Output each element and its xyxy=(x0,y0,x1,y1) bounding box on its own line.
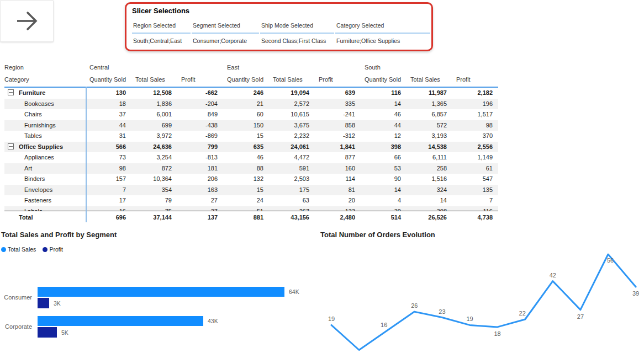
matrix-row-office-supplies[interactable]: Office Supplies56624,63679963524,0611,84… xyxy=(4,142,498,153)
matrix-row-label: Chairs xyxy=(4,109,86,120)
bar-value-label-profit-consumer: 3K xyxy=(54,300,61,307)
matrix-cell: 116 xyxy=(452,206,498,211)
legend-dot-profit xyxy=(43,247,47,252)
matrix-row-label: Tables xyxy=(4,131,86,142)
matrix-cell: 639 xyxy=(315,88,361,99)
matrix-row-art[interactable]: Art98872181885911605325861 xyxy=(4,163,498,174)
matrix-row-binders[interactable]: Binders15710,3642061322,503114901,516547 xyxy=(4,174,498,185)
matrix-cell: 81 xyxy=(315,185,361,196)
matrix-cell: 14 xyxy=(361,185,407,196)
slicer-value-region: South;Central;East xyxy=(132,34,191,45)
matrix-measure-header-central-profit: Profit xyxy=(177,74,223,87)
matrix-row-label: Fasteners xyxy=(4,195,86,206)
matrix-cell: 10,615 xyxy=(269,109,315,120)
matrix-cell: 15 xyxy=(223,185,269,196)
matrix-total-cell: 37,144 xyxy=(131,211,177,223)
matrix-cell: 66 xyxy=(361,152,407,163)
bar-chart-title: Total Sales and Profit by Segment xyxy=(1,231,117,239)
matrix-cell: 27 xyxy=(177,206,223,211)
matrix-total-cell: 514 xyxy=(361,211,407,223)
matrix-cell: 98 xyxy=(452,120,498,131)
matrix-total-cell: 696 xyxy=(86,211,131,223)
matrix-corner-region-label: Region xyxy=(4,61,86,74)
orders-line-series xyxy=(331,254,636,350)
matrix-cell: 591 xyxy=(269,163,315,174)
matrix-header-row-measures: CategoryQuantity SoldTotal SalesProfitQu… xyxy=(4,74,498,87)
matrix-cell: 7 xyxy=(86,185,131,196)
matrix-row-fasteners[interactable]: Fasteners1779272463204147 xyxy=(4,195,498,206)
line-data-label: 19 xyxy=(328,315,335,322)
matrix-cell: 114 xyxy=(315,174,361,185)
matrix-total-cell: 137 xyxy=(177,211,223,223)
bar-profit-corporate[interactable] xyxy=(38,327,57,338)
matrix-cell: 267 xyxy=(269,206,315,211)
matrix-cell: 1,836 xyxy=(131,99,177,110)
matrix-cell: 24,061 xyxy=(269,142,315,153)
matrix-cell: 258 xyxy=(407,163,452,174)
matrix-row-furniture[interactable]: Furniture13012,508-66224619,09463911611,… xyxy=(4,88,498,99)
matrix-row-label: Appliances xyxy=(4,152,86,163)
matrix-total-cell: 43,156 xyxy=(269,211,315,223)
matrix-cell: 12,508 xyxy=(131,88,177,99)
matrix-cell: 19,094 xyxy=(269,88,315,99)
matrix-measure-header-east-profit: Profit xyxy=(315,74,361,87)
matrix-total-row[interactable]: Total69637,14413788143,1562,48051426,526… xyxy=(4,211,498,223)
matrix-cell: 2,182 xyxy=(452,88,498,99)
legend-label: Total Sales xyxy=(8,246,36,253)
matrix-cell: 30 xyxy=(361,206,407,211)
matrix-cell: 1,516 xyxy=(407,174,452,185)
matrix-cell: -438 xyxy=(177,120,223,131)
matrix-cell: 849 xyxy=(177,109,223,120)
matrix-row-labels[interactable]: Labels1675275126713330308116 xyxy=(4,206,498,211)
matrix-cell: 2,556 xyxy=(452,142,498,153)
bar-total-sales-consumer[interactable] xyxy=(38,287,284,297)
collapse-icon[interactable] xyxy=(8,143,14,149)
matrix-row-label: Furnishings xyxy=(4,120,86,131)
slicer-value-shipmode: Second Class;First Class xyxy=(260,34,334,45)
matrix-row-tables[interactable]: Tables313,972-869152,232-312123,193370 xyxy=(4,131,498,142)
matrix-cell: 1,517 xyxy=(452,109,498,120)
matrix-row-appliances[interactable]: Appliances733,254-813464,472877666,1111,… xyxy=(4,152,498,163)
line-data-label: 16 xyxy=(381,322,387,328)
matrix-cell: 133 xyxy=(315,206,361,211)
matrix-cell: 44 xyxy=(86,120,131,131)
matrix-cell: 6,857 xyxy=(407,109,452,120)
matrix-row-label: Labels xyxy=(4,206,86,211)
matrix-row-chairs[interactable]: Chairs376,0018496010,615-241466,8571,517 xyxy=(4,109,498,120)
bar-total-sales-corporate[interactable] xyxy=(38,316,203,326)
matrix-cell: 335 xyxy=(315,99,361,110)
line-chart-plot: 1916262319182242275639 xyxy=(309,243,644,353)
matrix-cell: 130 xyxy=(86,88,131,99)
slicer-selections-title: Slicer Selections xyxy=(132,7,189,15)
legend-item-total-sales: Total Sales xyxy=(1,246,36,253)
matrix-total-cell: 4,738 xyxy=(452,211,498,223)
nav-arrow-button[interactable] xyxy=(0,0,54,42)
matrix-cell: 60 xyxy=(223,109,269,120)
matrix-cell: 3,675 xyxy=(269,120,315,131)
matrix-cell: 135 xyxy=(452,185,498,196)
slicer-col-header-shipmode: Ship Mode Selected xyxy=(260,19,334,34)
matrix-cell: 24 xyxy=(223,195,269,206)
matrix-cell: 150 xyxy=(223,120,269,131)
collapse-icon[interactable] xyxy=(8,89,14,95)
matrix-cell: 2,572 xyxy=(269,99,315,110)
matrix-cell: 181 xyxy=(177,163,223,174)
matrix-cell: 53 xyxy=(361,163,407,174)
matrix-row-bookcases[interactable]: Bookcases181,836-204212,572335141,365196 xyxy=(4,99,498,110)
matrix-row-furnishings[interactable]: Furnishings44699-4381503,6758584457298 xyxy=(4,120,498,131)
matrix-total-cell: 2,480 xyxy=(315,211,361,223)
matrix-measure-header-east-quantity-sold: Quantity Sold xyxy=(223,74,269,87)
matrix-cell: 11,987 xyxy=(407,88,452,99)
matrix-row-envelopes[interactable]: Envelopes7354163151758114324135 xyxy=(4,185,498,196)
right-arrow-icon xyxy=(16,10,38,31)
matrix-cell: 98 xyxy=(86,163,131,174)
matrix-cell: -869 xyxy=(177,131,223,142)
matrix-cell: 3,972 xyxy=(131,131,177,142)
matrix-cell: 14 xyxy=(407,195,452,206)
matrix-row-label: Art xyxy=(4,163,86,174)
matrix-cell: 24,636 xyxy=(131,142,177,153)
bar-profit-consumer[interactable] xyxy=(38,298,49,308)
matrix-header: RegionCentralEastSouthCategoryQuantity S… xyxy=(4,61,498,88)
line-chart-title: Total Number of Orders Evolution xyxy=(320,231,435,239)
slicer-col-header-category: Category Selected xyxy=(335,19,430,34)
